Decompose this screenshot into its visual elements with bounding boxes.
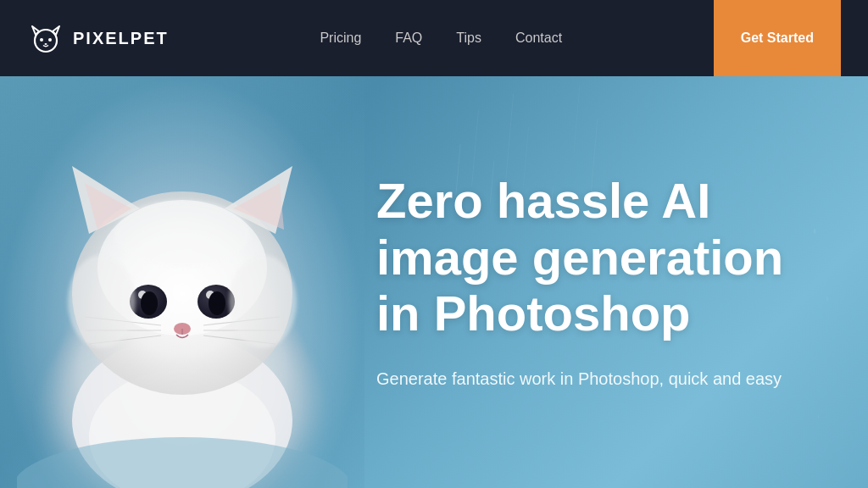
- nav-faq[interactable]: FAQ: [395, 30, 422, 46]
- nav-contact[interactable]: Contact: [515, 30, 562, 46]
- hero-content: Zero hassle AI image generation in Photo…: [342, 76, 868, 488]
- svg-marker-2: [32, 26, 39, 35]
- svg-point-4: [40, 38, 43, 42]
- nav-pricing[interactable]: Pricing: [320, 30, 361, 46]
- svg-point-21: [141, 291, 158, 315]
- hero-title: Zero hassle AI image generation in Photo…: [376, 173, 800, 342]
- main-nav: Pricing FAQ Tips Contact: [320, 30, 562, 46]
- svg-marker-3: [53, 26, 59, 35]
- svg-point-6: [45, 43, 47, 45]
- svg-point-33: [114, 200, 250, 268]
- cat-illustration: [17, 98, 348, 488]
- logo-label: PIXELPET: [73, 29, 169, 48]
- svg-point-31: [68, 255, 136, 348]
- logo-icon: [27, 19, 64, 57]
- svg-point-22: [209, 291, 225, 315]
- nav-tips[interactable]: Tips: [456, 30, 481, 46]
- cat-image-area: [0, 76, 364, 488]
- site-header: PIXELPET Pricing FAQ Tips Contact Get St…: [0, 0, 868, 76]
- svg-point-32: [229, 255, 297, 348]
- logo[interactable]: PIXELPET: [27, 19, 169, 57]
- hero-section: Zero hassle AI image generation in Photo…: [0, 76, 868, 488]
- svg-point-5: [48, 38, 52, 42]
- get-started-button[interactable]: Get Started: [714, 0, 841, 76]
- hero-subtitle: Generate fantastic work in Photoshop, qu…: [376, 366, 800, 391]
